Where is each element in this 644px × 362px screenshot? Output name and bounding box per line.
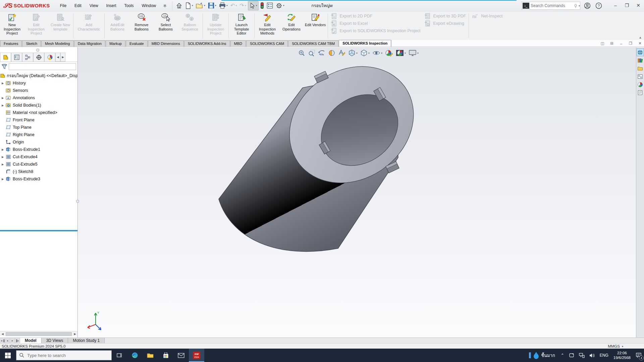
tab-mesh-modeling[interactable]: Mesh Modeling [41,40,74,47]
balloon-sequence-button[interactable]: 12 Balloon Sequence [178,11,202,40]
scrollbar-thumb[interactable] [6,332,72,336]
menu-window[interactable]: Window [138,0,160,11]
menu-view[interactable]: View [86,0,102,11]
expand-arrow-icon[interactable]: ▶ [0,104,5,107]
doc-minimize-button[interactable]: – [618,41,625,46]
account-button[interactable] [582,1,593,10]
tray-language[interactable]: ENG [597,349,611,362]
microsoft-store-button[interactable] [158,349,173,362]
settings-button[interactable]: ▾ [275,1,285,10]
edit-inspection-project-button[interactable]: Edit Inspection Project [24,11,48,40]
update-inspection-project-button[interactable]: Update Inspection Project [204,11,228,40]
tab-3d-views[interactable]: 3D Views [42,338,68,343]
home-button[interactable] [175,1,183,10]
open-button[interactable]: ▾ [195,2,206,10]
tree-item-material[interactable]: Material <not specified> [0,109,77,116]
custom-properties-button[interactable] [637,88,644,97]
panel-grip[interactable] [36,49,39,52]
displaymanager-tab[interactable] [44,53,55,62]
rollback-bar[interactable] [0,230,77,231]
tree-filter-input[interactable] [9,63,76,70]
chevron-down-icon[interactable]: ▾ [356,52,358,55]
export-3d-pdf-button[interactable]: 3DPDF Export to 3D PDF [424,12,466,20]
chevron-down-icon[interactable]: ▾ [204,4,205,7]
appearances-scenes-button[interactable] [637,80,644,88]
tab-nav-last-icon[interactable]: ▐► [15,338,20,343]
weather-widget[interactable]: ชื้นมาก [525,349,558,362]
file-explorer-taskbar-button[interactable] [143,349,158,362]
tray-show-hidden-icons[interactable]: ⌃ [558,349,567,362]
configurationmanager-tab[interactable] [22,53,33,62]
add-characteristic-button[interactable]: Add Characteristic [74,11,104,40]
tray-device-icon[interactable] [567,349,577,362]
tray-volume-icon[interactable] [587,349,597,362]
tray-clock[interactable]: 22:06 19/6/2568 [611,349,633,362]
tree-item-front-plane[interactable]: Front Plane [0,116,77,124]
tab-features[interactable]: Features [0,40,22,47]
doc-close-button[interactable]: ✕ [637,41,643,46]
tree-item-top-plane[interactable]: Top Plane [0,124,77,131]
tab-nav-first-icon[interactable]: ◄▐ [0,338,5,343]
task-view-button[interactable] [112,349,127,362]
tray-network-icon[interactable] [577,349,587,362]
tab-mbd-dimensions[interactable]: MBD Dimensions [148,40,184,47]
tree-root-part[interactable]: กรอบใหญ่w (Default) <<Default>_Displ [0,72,77,79]
scroll-right-icon[interactable]: ▶ [72,331,77,336]
expand-arrow-icon[interactable]: ▶ [0,163,5,166]
add-edit-balloons-button[interactable]: 111 Add/Edit Balloons [105,11,129,40]
tab-nav-next-icon[interactable]: ► [10,338,15,343]
launch-template-editor-button[interactable]: Launch Template Editor [229,11,254,40]
tab-model[interactable]: Model [20,338,42,343]
tab-sketch[interactable]: Sketch [22,40,41,47]
display-style-button[interactable]: ▾ [360,49,370,57]
net-inspect-button[interactable]: ni Net-Inspect [472,12,502,20]
expand-arrow-icon[interactable]: ▶ [0,97,5,100]
hide-show-items-button[interactable]: ▾ [372,49,383,57]
propertymanager-tab[interactable] [11,53,22,62]
chevron-down-icon[interactable]: ▾ [226,4,228,7]
filter-funnel-icon[interactable] [1,64,7,70]
tree-item-boss-extrude3[interactable]: ▶ Boss-Extrude3 [0,175,77,183]
search-commands-input[interactable] [531,3,573,8]
view-orientation-button[interactable]: ▾ [347,49,358,57]
export-edrawing-button[interactable]: e Export eDrawing [424,20,466,27]
chevron-down-icon[interactable]: ▾ [215,4,216,7]
split-pane-left-icon[interactable]: ◫ [599,41,606,46]
tab-nav-prev-icon[interactable]: ◄ [5,338,10,343]
split-pane-right-icon[interactable]: ⊟ [608,41,615,46]
tab-markup[interactable]: Markup [106,40,125,47]
undo-button[interactable]: ↶ ▾ [229,1,238,10]
tree-item-origin[interactable]: Origin [0,138,77,146]
tab-motion-study-1[interactable]: Motion Study 1 [68,338,105,343]
edge-button[interactable] [127,349,143,362]
close-button[interactable]: ✕ [633,0,644,11]
expand-arrow-icon[interactable]: ▶ [0,178,5,181]
edit-appearance-button[interactable] [384,49,394,57]
tree-item-history[interactable]: ▶ History [0,79,77,87]
panel-splitter-grip[interactable] [76,200,79,203]
view-palette-button[interactable] [637,72,644,80]
menu-file[interactable]: File [56,0,70,11]
remove-balloons-button[interactable]: 111 Remove Balloons [129,11,154,40]
tree-item-solid-bodies[interactable]: ▶ Solid Bodies(1) [0,102,77,109]
previous-view-button[interactable] [317,49,326,57]
panel-tab-scroll-right[interactable]: ▶ [60,53,65,62]
expand-arrow-icon[interactable]: ▶ [0,82,5,85]
apply-scene-button[interactable]: ▾ [395,49,407,57]
tab-solidworks-inspection[interactable]: SOLIDWORKS Inspection [339,40,391,47]
tree-item-annotations[interactable]: ▶ A Annotations [0,94,77,102]
chevron-down-icon[interactable]: ▾ [283,4,284,7]
doc-restore-button[interactable]: ❐ [627,41,634,46]
units-selector[interactable]: MMGS ▴ [608,344,623,348]
tree-item-cut-extrude4[interactable]: ▶ Cut-Extrude4 [0,153,77,161]
restore-button[interactable]: ❐ [621,0,633,11]
help-button[interactable]: ? [593,1,604,10]
edit-inspection-methods-button[interactable]: Edit Inspection Methods [255,11,279,40]
annotation-views-button[interactable] [337,49,346,57]
expand-arrow-icon[interactable]: ▶ [0,148,5,151]
chevron-down-icon[interactable]: ▾ [417,52,419,55]
tree-item-sensors[interactable]: Sensors [0,87,77,94]
edit-operations-button[interactable]: Edit Operations [279,11,304,40]
new-inspection-project-button[interactable]: New Inspection Project [0,11,24,40]
chevron-down-icon[interactable]: ▾ [579,4,580,7]
